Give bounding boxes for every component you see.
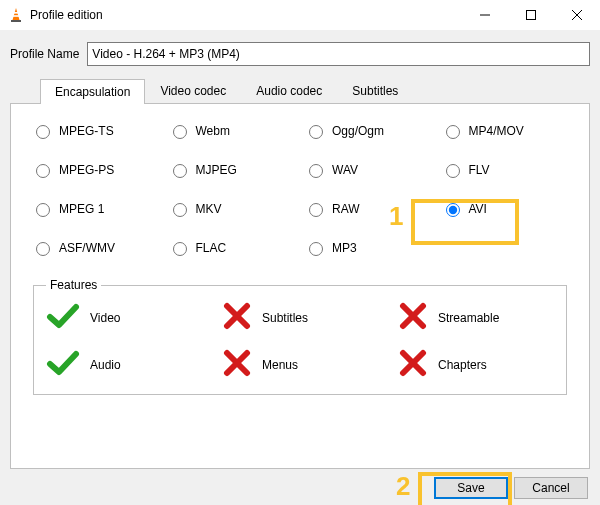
close-button[interactable]: [554, 0, 600, 30]
svg-line-6: [572, 10, 582, 20]
check-icon: [46, 302, 80, 333]
encaps-label: MJPEG: [196, 163, 237, 177]
check-icon: [46, 349, 80, 380]
dialog-button-row: 2 Save Cancel: [10, 469, 590, 501]
tab-strip: Encapsulation Video codec Audio codec Su…: [10, 78, 590, 103]
svg-rect-3: [11, 20, 21, 22]
encaps-radio[interactable]: [36, 125, 50, 139]
svg-rect-1: [13, 12, 18, 14]
titlebar: Profile edition: [0, 0, 600, 30]
cancel-button[interactable]: Cancel: [514, 477, 588, 499]
cross-icon: [398, 349, 428, 380]
feature-label: Streamable: [438, 311, 499, 325]
feature-label: Menus: [262, 358, 298, 372]
cross-icon: [222, 302, 252, 333]
cross-icon: [222, 349, 252, 380]
encaps-label: RAW: [332, 202, 360, 216]
tab-video-codec[interactable]: Video codec: [145, 78, 241, 103]
encaps-label: MPEG-TS: [59, 124, 114, 138]
svg-rect-2: [13, 15, 19, 17]
encaps-option-mpeg-ts[interactable]: MPEG-TS: [31, 122, 160, 139]
encaps-option-ogg-ogm[interactable]: Ogg/Ogm: [304, 122, 433, 139]
encaps-radio[interactable]: [173, 203, 187, 217]
encaps-label: WAV: [332, 163, 358, 177]
encaps-radio[interactable]: [173, 125, 187, 139]
encaps-label: AVI: [469, 202, 487, 216]
encaps-label: MPEG 1: [59, 202, 104, 216]
encaps-option-mkv[interactable]: MKV: [168, 200, 297, 217]
encaps-label: MP3: [332, 241, 357, 255]
encaps-option-asf-wmv[interactable]: ASF/WMV: [31, 239, 160, 256]
encapsulation-radio-grid: MPEG-TSWebmOgg/OgmMP4/MOVMPEG-PSMJPEGWAV…: [31, 122, 569, 256]
encaps-radio[interactable]: [309, 203, 323, 217]
encaps-label: FLAC: [196, 241, 227, 255]
encaps-option-flv[interactable]: FLV: [441, 161, 570, 178]
save-button[interactable]: Save: [434, 477, 508, 499]
window-title: Profile edition: [30, 8, 103, 22]
features-grid: VideoSubtitlesStreamableAudioMenusChapte…: [46, 302, 554, 380]
encaps-radio[interactable]: [309, 125, 323, 139]
tab-audio-codec[interactable]: Audio codec: [241, 78, 337, 103]
annotation-number-2: 2: [396, 471, 410, 502]
tab-encapsulation[interactable]: Encapsulation: [40, 79, 145, 104]
features-group: Features VideoSubtitlesStreamableAudioMe…: [33, 278, 567, 395]
encaps-label: ASF/WMV: [59, 241, 115, 255]
tab-subtitles[interactable]: Subtitles: [337, 78, 413, 103]
encaps-radio[interactable]: [173, 242, 187, 256]
feature-label: Audio: [90, 358, 121, 372]
encaps-option-mp4-mov[interactable]: MP4/MOV: [441, 122, 570, 139]
feature-audio: Audio: [46, 349, 202, 380]
window-controls: [462, 0, 600, 30]
feature-subtitles: Subtitles: [222, 302, 378, 333]
feature-menus: Menus: [222, 349, 378, 380]
app-cone-icon: [8, 7, 24, 23]
encaps-option-raw[interactable]: RAW: [304, 200, 433, 217]
encaps-label: MPEG-PS: [59, 163, 114, 177]
svg-marker-0: [13, 8, 20, 20]
encaps-radio[interactable]: [36, 242, 50, 256]
feature-label: Video: [90, 311, 120, 325]
encaps-radio[interactable]: [309, 164, 323, 178]
feature-label: Chapters: [438, 358, 487, 372]
encaps-radio[interactable]: [446, 125, 460, 139]
encaps-option-webm[interactable]: Webm: [168, 122, 297, 139]
feature-video: Video: [46, 302, 202, 333]
features-legend: Features: [46, 278, 101, 292]
encaps-radio[interactable]: [36, 164, 50, 178]
tab-panel-encapsulation: MPEG-TSWebmOgg/OgmMP4/MOVMPEG-PSMJPEGWAV…: [10, 103, 590, 469]
feature-chapters: Chapters: [398, 349, 554, 380]
feature-label: Subtitles: [262, 311, 308, 325]
window: Profile edition Profile Name: [0, 0, 600, 505]
encaps-radio[interactable]: [446, 203, 460, 217]
encaps-option-flac[interactable]: FLAC: [168, 239, 297, 256]
tab-area: Encapsulation Video codec Audio codec Su…: [10, 78, 590, 469]
cross-icon: [398, 302, 428, 333]
encaps-option-avi[interactable]: AVI: [441, 200, 570, 217]
encaps-radio[interactable]: [36, 203, 50, 217]
profile-name-label: Profile Name: [10, 47, 79, 61]
profile-name-input[interactable]: [87, 42, 590, 66]
encaps-label: Webm: [196, 124, 230, 138]
encaps-option-mp3[interactable]: MP3: [304, 239, 433, 256]
encaps-label: MP4/MOV: [469, 124, 524, 138]
encaps-radio[interactable]: [173, 164, 187, 178]
encaps-option-mpeg-1[interactable]: MPEG 1: [31, 200, 160, 217]
feature-streamable: Streamable: [398, 302, 554, 333]
encaps-option-mpeg-ps[interactable]: MPEG-PS: [31, 161, 160, 178]
maximize-button[interactable]: [508, 0, 554, 30]
svg-rect-5: [527, 11, 536, 20]
profile-name-row: Profile Name: [10, 42, 590, 66]
encaps-label: MKV: [196, 202, 222, 216]
client-area: Profile Name Encapsulation Video codec A…: [0, 30, 600, 505]
encaps-label: FLV: [469, 163, 490, 177]
svg-line-7: [572, 10, 582, 20]
minimize-button[interactable]: [462, 0, 508, 30]
encaps-option-mjpeg[interactable]: MJPEG: [168, 161, 297, 178]
encaps-radio[interactable]: [309, 242, 323, 256]
encaps-option-wav[interactable]: WAV: [304, 161, 433, 178]
encaps-label: Ogg/Ogm: [332, 124, 384, 138]
encaps-radio[interactable]: [446, 164, 460, 178]
